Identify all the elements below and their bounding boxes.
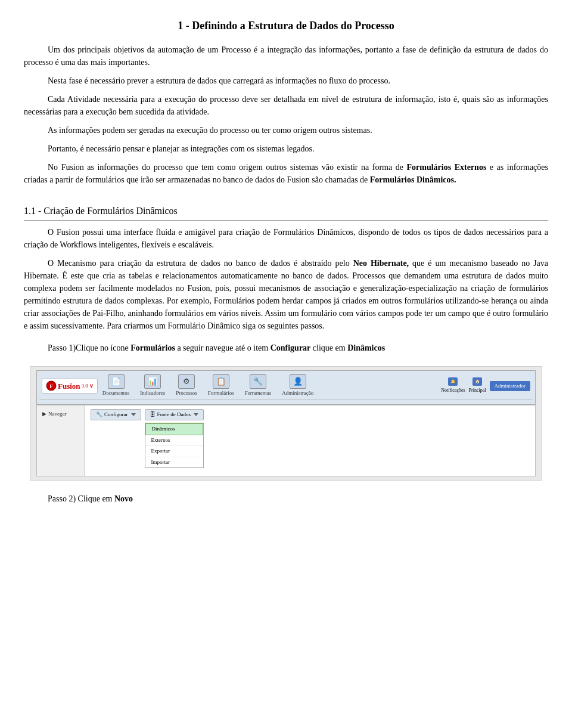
main-title: 1 - Definindo a Estrutura de Dados do Pr… — [24, 18, 548, 34]
bold-formularios-step1: Formulários — [130, 343, 175, 352]
menu-item-exportar[interactable]: Exportar — [145, 446, 204, 457]
menu-section: 🔧 Configurar 🗄 Fonte de Dados — [91, 409, 529, 469]
toolbar-area: F Fusion 3.0 ∨ 📄 Documentos 📊 Indicadore… — [36, 370, 536, 405]
fusion-arrow: ∨ — [89, 382, 94, 391]
ferramentas-icon: 🔧 — [250, 374, 266, 389]
intro-paragraph-3: Cada Atividade necessária para a execuçã… — [24, 93, 548, 118]
svg-text:F: F — [49, 383, 53, 389]
step-2-text: Passo 2) Clique em Novo — [24, 492, 548, 505]
bold-neo-hibernate: Neo Hibernate, — [353, 259, 409, 268]
nav-ferramentas[interactable]: 🔧 Ferramentas — [245, 374, 271, 398]
content-area: ▶ Navegar 🔧 Configurar — [36, 405, 536, 476]
configurar-group: 🔧 Configurar — [91, 409, 141, 421]
toolbar-top-row: F Fusion 3.0 ∨ 📄 Documentos 📊 Indicadore… — [39, 373, 533, 399]
toolbar-icons: 📄 Documentos 📊 Indicadores ⚙ Processos 📋… — [102, 374, 313, 398]
intro-paragraph-4: As informações podem ser geradas na exec… — [24, 124, 548, 137]
processos-icon: ⚙ — [178, 374, 195, 389]
configurar-icon: 🔧 — [96, 411, 102, 419]
fusion-version: 3.0 — [82, 382, 88, 391]
intro-paragraph-1: Um dos principais objetivos da automação… — [24, 44, 548, 69]
section-1-1-para-1: O Fusion possui uma interface fluida e a… — [24, 226, 548, 251]
nav-indicadores[interactable]: 📊 Indicadores — [140, 374, 165, 398]
exportar-label: Exportar — [151, 448, 170, 454]
documentos-icon: 📄 — [108, 374, 125, 389]
externos-label: Externos — [151, 437, 170, 443]
nav-processos[interactable]: ⚙ Processos — [176, 374, 197, 398]
nav-documentos[interactable]: 📄 Documentos — [102, 374, 130, 398]
intro-paragraph-5: Portanto, é necessário pensar e planejar… — [24, 142, 548, 155]
fonte-dados-btn[interactable]: 🗄 Fonte de Dados — [145, 409, 204, 421]
bold-formularios-externos: Formulários Externos — [407, 163, 487, 172]
fusion-label: Fusion — [58, 380, 80, 392]
bold-dinamicos-step1: Dinâmicos — [347, 343, 385, 352]
indicadores-icon: 📊 — [144, 374, 161, 389]
importar-label: Importar — [151, 459, 170, 465]
toolbar-right: 🔔 Notificações 🏠 Principal Administrador — [441, 377, 530, 394]
admin-badge: Administrador — [490, 381, 531, 392]
notificacoes-icon[interactable]: 🔔 — [448, 377, 458, 386]
bold-novo-step2: Novo — [114, 494, 133, 503]
processos-label: Processos — [176, 389, 197, 398]
formularios-label: Formulários — [208, 389, 234, 398]
ferramentas-label: Ferramentas — [245, 389, 271, 398]
administracao-icon: 👤 — [290, 374, 306, 389]
section-1-1-para-2: O Mecanismo para criação da estrutura de… — [24, 257, 548, 332]
screenshot-step1: F Fusion 3.0 ∨ 📄 Documentos 📊 Indicadore… — [30, 366, 542, 481]
intro-paragraph-6: No Fusion as informações do processo que… — [24, 161, 548, 186]
fusion-logo-icon: F — [46, 380, 57, 391]
principal-icon[interactable]: 🏠 — [472, 377, 482, 386]
configurar-btn[interactable]: 🔧 Configurar — [91, 409, 141, 421]
dinamicos-label: Dinâmicos — [152, 426, 175, 432]
fonte-dados-arrow-icon — [194, 413, 198, 416]
menu-item-dinamicos[interactable]: Dinâmicos — [145, 423, 204, 435]
formularios-icon: 📋 — [213, 374, 229, 389]
nav-navegar-label: Navegar — [48, 410, 66, 419]
main-content-area: 🔧 Configurar 🗄 Fonte de Dados — [85, 405, 535, 476]
fonte-dados-icon: 🗄 — [150, 411, 156, 419]
configurar-arrow-icon — [131, 413, 136, 416]
menu-item-externos[interactable]: Externos — [145, 435, 204, 447]
side-nav: ▶ Navegar — [37, 405, 85, 476]
administracao-label: Administração — [282, 389, 313, 398]
indicadores-label: Indicadores — [140, 389, 165, 398]
bold-formularios-dinamicos: Formulários Dinâmicos. — [370, 175, 456, 184]
principal-label: Principal — [469, 387, 486, 394]
nav-formularios[interactable]: 📋 Formulários — [208, 374, 234, 398]
menu-item-importar[interactable]: Importar — [145, 457, 204, 468]
fonte-dados-group: 🗄 Fonte de Dados Dinâmicos Externos — [145, 409, 204, 469]
section-1-1-title: 1.1 - Criação de Formulários Dinâmicos — [24, 204, 548, 221]
nav-arrow-icon: ▶ — [42, 410, 46, 419]
notificacoes-label: Notificações — [441, 387, 465, 394]
fonte-dados-dropdown: Dinâmicos Externos Exportar Importar — [145, 423, 204, 468]
documentos-label: Documentos — [102, 389, 130, 398]
intro-paragraph-2: Nesta fase é necessário prever a estrutu… — [24, 75, 548, 87]
fusion-logo[interactable]: F Fusion 3.0 ∨ — [42, 379, 98, 394]
step-1-text: Passo 1)Clique no ícone Formulários a se… — [24, 342, 548, 354]
fonte-dados-label: Fonte de Dados — [157, 411, 191, 419]
configurar-label: Configurar — [104, 411, 128, 419]
nav-navegar[interactable]: ▶ Navegar — [41, 409, 80, 420]
nav-administracao[interactable]: 👤 Administração — [282, 374, 313, 398]
bold-configurar-step1: Configurar — [271, 343, 311, 352]
